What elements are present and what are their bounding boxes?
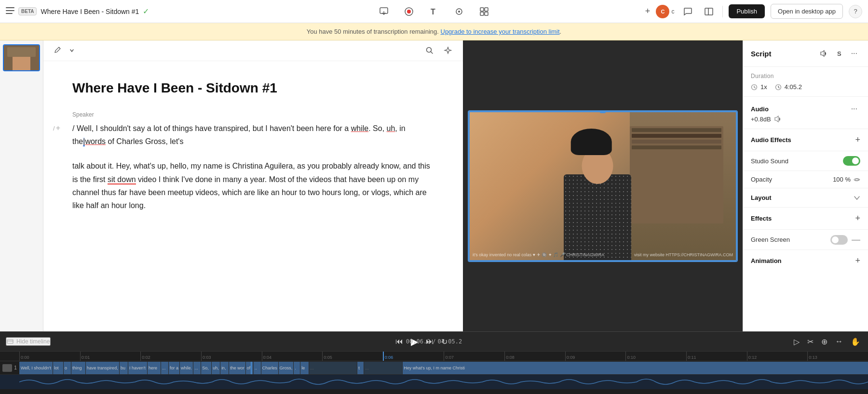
clip-segment[interactable]: le xyxy=(300,362,309,374)
clip-segment[interactable]: o xyxy=(64,362,71,374)
comments-icon[interactable] xyxy=(680,5,695,18)
grid-icon[interactable] xyxy=(476,5,492,18)
clip-segment[interactable]: ... xyxy=(161,362,169,374)
transcript-text-1[interactable]: / Well, I shouldn't say a lot of things … xyxy=(72,122,434,148)
duration-icon xyxy=(775,84,782,91)
svg-rect-9 xyxy=(480,8,484,11)
download-icon[interactable] xyxy=(376,5,392,18)
clip-segment[interactable]: in, xyxy=(220,362,229,374)
clip-segment[interactable]: here xyxy=(148,362,161,374)
layout-toggle-icon[interactable] xyxy=(701,5,717,18)
layout-row[interactable]: Layout xyxy=(743,188,868,208)
audio-db-row: +0.8dB xyxy=(751,115,860,123)
waveform-container[interactable] xyxy=(19,375,868,389)
block-add-icon[interactable]: + xyxy=(56,124,60,132)
ruler-mark: 0:00 xyxy=(19,352,80,361)
editor-title[interactable]: Where Have I Been - Sitdown #1 xyxy=(72,80,434,96)
thumbnail-1[interactable]: 1 xyxy=(3,44,40,71)
clip-segment[interactable]: for a xyxy=(169,362,180,374)
ruler-mark-current: 0:06 xyxy=(383,352,444,361)
hide-timeline-button[interactable]: Hide timeline xyxy=(6,337,51,346)
clip-segment[interactable]: .. xyxy=(254,362,261,374)
sparkle-icon[interactable] xyxy=(441,44,455,57)
add-icon[interactable]: + xyxy=(645,6,651,16)
svg-rect-12 xyxy=(485,12,488,15)
opacity-row: Opacity 100 % xyxy=(743,171,868,188)
razor-tool-button[interactable]: ✂ xyxy=(805,335,815,348)
animation-add-icon[interactable]: + xyxy=(855,256,860,266)
shape-icon[interactable] xyxy=(451,5,467,18)
svg-point-8 xyxy=(458,11,460,13)
ruler-mark: 0:01 xyxy=(80,352,141,361)
clip-segment[interactable]: thing xyxy=(71,362,86,374)
clip-segment[interactable]: of xyxy=(246,362,254,374)
studio-sound-toggle[interactable] xyxy=(843,156,860,166)
avatar-group: C c xyxy=(656,5,674,18)
track-number: 1 xyxy=(14,365,17,370)
svg-point-5 xyxy=(407,10,411,13)
help-button[interactable]: ? xyxy=(849,5,862,18)
clip-segment[interactable]: Gross, xyxy=(279,362,294,374)
script-s-icon[interactable]: S xyxy=(834,48,844,59)
clip-segment-long[interactable]: Hey what's up, I m name Christi xyxy=(403,362,868,374)
resize-button[interactable]: ↔ xyxy=(833,335,845,348)
video-overlay-right: visit my website HTTPS://CHRISTINAGWIRA.… xyxy=(634,252,733,257)
menu-icon[interactable] xyxy=(6,7,14,16)
studio-sound-label: Studio Sound xyxy=(751,158,788,165)
zoom-button[interactable]: ⊕ xyxy=(819,335,829,348)
transcript-text-2[interactable]: talk about it. Hey, what's up, hello, my… xyxy=(72,159,434,212)
script-volume-icon[interactable] xyxy=(817,48,830,59)
script-more-icon[interactable]: ··· xyxy=(848,47,860,60)
open-desktop-button[interactable]: Open in desktop app xyxy=(771,4,843,19)
clip-segment[interactable]: while. xyxy=(180,362,193,374)
audio-effects-label: Audio Effects xyxy=(751,136,791,144)
hand-tool-button[interactable]: ✋ xyxy=(849,335,862,348)
clip-segment[interactable]: Charles xyxy=(261,362,279,374)
upgrade-link[interactable]: Upgrade to increase your transcription l… xyxy=(441,28,560,35)
clip-segment[interactable]: Well, I shouldn't xyxy=(19,362,53,374)
track-label-1: 1 xyxy=(0,364,19,372)
topbar: BETA Where Have I Been - Sitdown #1 ✓ T … xyxy=(0,0,868,23)
video-container[interactable]: it's okay invented no real colas ♥ ✈ 🔘 ✦… xyxy=(468,110,738,262)
timeline-ruler: 0:00 0:01 0:02 0:03 0:04 0:05 0:06 0:07 … xyxy=(0,352,868,361)
clip-segment[interactable]: bu xyxy=(120,362,128,374)
green-screen-row: Green Screen — xyxy=(743,230,868,250)
current-time: 00:06.2 xyxy=(406,338,431,345)
pen-dropdown-icon[interactable] xyxy=(67,46,77,55)
ruler-mark: 0:03 xyxy=(201,352,262,361)
audio-db-value: +0.8dB xyxy=(751,116,771,123)
text-icon[interactable]: T xyxy=(426,5,442,18)
audio-more-icon[interactable]: ··· xyxy=(848,103,860,115)
cursor-tool-button[interactable]: ▷ xyxy=(792,335,801,348)
clip-segment[interactable]: I haven't xyxy=(128,362,148,374)
clip-segment-gap[interactable]: ... xyxy=(309,362,357,374)
clip-segment[interactable]: So, xyxy=(201,362,212,374)
eye-icon[interactable] xyxy=(854,176,860,183)
clip-segment[interactable]: the wor xyxy=(229,362,246,374)
clip-segment[interactable]: . xyxy=(294,362,300,374)
ruler-mark: 0:07 xyxy=(444,352,504,361)
clip-segment[interactable]: uh, xyxy=(212,362,220,374)
record-icon[interactable] xyxy=(401,5,417,18)
svg-rect-10 xyxy=(485,8,488,11)
search-icon[interactable] xyxy=(422,44,437,57)
clip-segment-gap[interactable]: ... xyxy=(364,362,403,374)
clip-segment[interactable]: ... xyxy=(193,362,201,374)
timeline-clips[interactable]: Well, I shouldn't lot o thing have trans… xyxy=(19,362,868,374)
clip-segment[interactable]: lot xyxy=(53,362,64,374)
clip-segment[interactable]: t xyxy=(357,362,364,374)
clip-segment[interactable]: have transpired, xyxy=(86,362,120,374)
saved-indicator: ✓ xyxy=(143,7,149,16)
green-screen-toggle[interactable] xyxy=(830,235,848,245)
video-panel: it's okay invented no real colas ♥ ✈ 🔘 ✦… xyxy=(463,40,743,331)
document-title: Where Have I Been - Sitdown #1 xyxy=(41,8,139,15)
speed-value: 1x xyxy=(760,83,767,91)
ruler-mark: 0:04 xyxy=(262,352,323,361)
publish-button[interactable]: Publish xyxy=(729,4,765,18)
skip-back-button[interactable]: ⏮ xyxy=(393,335,405,348)
total-time: 04:05.2 xyxy=(438,338,462,345)
green-screen-remove-icon[interactable]: — xyxy=(852,235,860,245)
audio-effects-add-icon[interactable]: + xyxy=(855,135,860,145)
pen-tool-icon[interactable] xyxy=(51,45,65,56)
effects-add-icon[interactable]: + xyxy=(855,213,860,223)
